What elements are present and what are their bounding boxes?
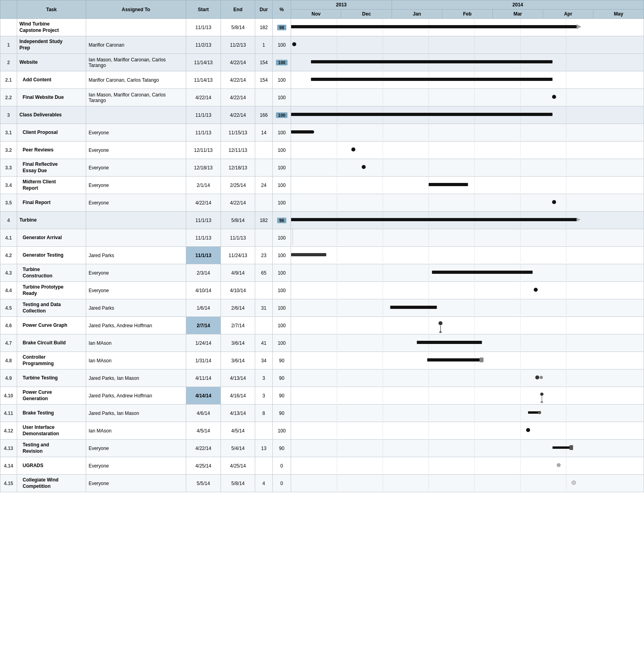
task-name: Turbine Prototype Ready bbox=[17, 282, 86, 299]
gantt-bar-cell bbox=[291, 71, 644, 89]
svg-point-153 bbox=[540, 376, 543, 379]
end-date: 4/22/14 bbox=[221, 106, 255, 124]
table-row: 4.12User Interface DemonstarationIan MAs… bbox=[0, 422, 644, 440]
duration bbox=[255, 159, 272, 177]
percentage: 100 bbox=[272, 177, 291, 194]
start-date: 11/1/13 bbox=[186, 212, 221, 229]
table-row: 4.4Turbine Prototype ReadyEveryone4/10/1… bbox=[0, 282, 644, 299]
assigned-to: Everyone bbox=[86, 159, 186, 177]
assigned-to: Jared Parks, Ian Mason bbox=[86, 369, 186, 387]
end-date: 3/6/14 bbox=[221, 352, 255, 369]
svg-rect-137 bbox=[417, 341, 482, 344]
assigned-to: Ian MAson bbox=[86, 352, 186, 369]
gantt-bar-cell bbox=[291, 124, 644, 141]
col-assigned-header: Assigned To bbox=[86, 0, 186, 19]
percentage: 100 bbox=[272, 317, 291, 334]
table-row: 4Turbine11/1/135/8/1418296 bbox=[0, 212, 644, 229]
col-end-header: End bbox=[221, 0, 255, 19]
task-name: User Interface Demonstaration bbox=[17, 422, 86, 440]
start-date: 12/18/13 bbox=[186, 159, 221, 177]
row-number: 3.2 bbox=[0, 141, 17, 159]
duration: 154 bbox=[255, 71, 272, 89]
row-number: 1 bbox=[0, 36, 17, 54]
percentage: 100 bbox=[272, 282, 291, 299]
svg-point-64 bbox=[362, 165, 366, 169]
table-row: 1Independent Study PrepMariflor Caronan1… bbox=[0, 36, 644, 54]
pct-badge: 96 bbox=[277, 218, 286, 223]
percentage: 100 bbox=[272, 264, 291, 282]
gantt-bar-cell bbox=[291, 54, 644, 71]
end-date: 3/6/14 bbox=[221, 334, 255, 352]
assigned-to: Everyone bbox=[86, 124, 186, 141]
task-name: Midterm Client Report bbox=[17, 177, 86, 194]
svg-point-50 bbox=[311, 130, 314, 134]
duration: 3 bbox=[255, 387, 272, 405]
gantt-container: Task Assigned To Start End Dur % 2013 20… bbox=[0, 0, 644, 492]
gantt-bar-cell bbox=[291, 369, 644, 387]
start-date: 11/2/13 bbox=[186, 36, 221, 54]
task-name: Power Curve Generation bbox=[17, 387, 86, 405]
svg-rect-49 bbox=[291, 130, 313, 134]
row-number: 4.11 bbox=[0, 405, 17, 422]
duration: 31 bbox=[255, 299, 272, 317]
percentage: 100 bbox=[272, 36, 291, 54]
start-date: 4/25/14 bbox=[186, 457, 221, 475]
duration bbox=[255, 457, 272, 475]
row-number: 4.13 bbox=[0, 440, 17, 457]
task-name: Brake Testing bbox=[17, 405, 86, 422]
start-date: 4/22/14 bbox=[186, 440, 221, 457]
start-date: 4/6/14 bbox=[186, 405, 221, 422]
assigned-to bbox=[86, 19, 186, 36]
duration: 23 bbox=[255, 247, 272, 264]
end-date: 12/11/13 bbox=[221, 141, 255, 159]
row-number: 4.12 bbox=[0, 422, 17, 440]
assigned-to: Ian Mason, Mariflor Caronan, Carlos Tara… bbox=[86, 54, 186, 71]
svg-rect-42 bbox=[291, 113, 553, 116]
gantt-bar-cell bbox=[291, 159, 644, 177]
gantt-bar-cell bbox=[291, 229, 644, 247]
duration: 13 bbox=[255, 440, 272, 457]
percentage: 100 bbox=[272, 124, 291, 141]
svg-rect-145 bbox=[480, 358, 484, 362]
end-date: 2/7/14 bbox=[221, 317, 255, 334]
duration bbox=[255, 317, 272, 334]
end-date: 11/1/13 bbox=[221, 229, 255, 247]
month-mar: Mar bbox=[492, 10, 543, 19]
svg-point-35 bbox=[552, 95, 556, 99]
start-date: 2/7/14 bbox=[186, 317, 221, 334]
col-pct-header: % bbox=[272, 0, 291, 19]
task-name: Final Reflective Essay Due bbox=[17, 159, 86, 177]
percentage: 90 bbox=[272, 352, 291, 369]
start-date: 5/5/14 bbox=[186, 475, 221, 492]
row-number: 4.14 bbox=[0, 457, 17, 475]
end-date: 5/8/14 bbox=[221, 212, 255, 229]
col-task-header: Task bbox=[17, 0, 86, 19]
table-row: 4.5Testing and Data CollectionJared Park… bbox=[0, 299, 644, 317]
svg-point-152 bbox=[535, 375, 539, 379]
gantt-bar-cell bbox=[291, 106, 644, 124]
duration: 182 bbox=[255, 19, 272, 36]
table-row: 2.1Add ContentMariflor Caronan, Carlos T… bbox=[0, 71, 644, 89]
task-name: Turbine Construction bbox=[17, 264, 86, 282]
row-number: 4.9 bbox=[0, 369, 17, 387]
start-date: 4/10/14 bbox=[186, 282, 221, 299]
gantt-bar-cell bbox=[291, 334, 644, 352]
start-date: 4/22/14 bbox=[186, 194, 221, 212]
gantt-bar-cell bbox=[291, 89, 644, 106]
row-number: 2.2 bbox=[0, 89, 17, 106]
percentage: 90 bbox=[272, 369, 291, 387]
pct-badge: 100 bbox=[276, 60, 287, 65]
row-number: 4.7 bbox=[0, 334, 17, 352]
table-row: 3.3Final Reflective Essay DueEveryone12/… bbox=[0, 159, 644, 177]
svg-point-170 bbox=[538, 411, 541, 414]
table-row: 4.13Testing and RevisionEveryone4/22/145… bbox=[0, 440, 644, 457]
gantt-bar-cell bbox=[291, 440, 644, 457]
gantt-bar-cell bbox=[291, 36, 644, 54]
end-date: 4/5/14 bbox=[221, 422, 255, 440]
year-2014-header: 2014 bbox=[392, 0, 644, 10]
percentage: 96 bbox=[272, 212, 291, 229]
duration bbox=[255, 282, 272, 299]
start-date: 11/1/13 bbox=[186, 124, 221, 141]
duration: 3 bbox=[255, 369, 272, 387]
table-row: 4.3Turbine ConstructionEveryone2/3/144/9… bbox=[0, 264, 644, 282]
